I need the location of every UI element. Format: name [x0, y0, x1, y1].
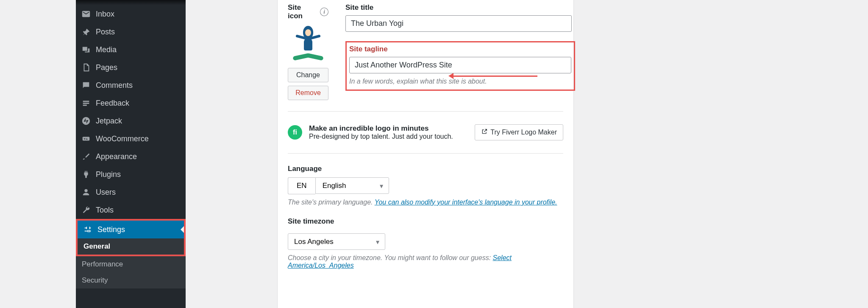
divider — [288, 153, 563, 154]
sidebar-item-label: Users — [96, 188, 116, 197]
sidebar-item-tools[interactable]: Tools — [76, 201, 186, 219]
feedback-icon — [81, 98, 91, 108]
site-title-label: Site title — [345, 3, 575, 12]
sidebar-settings-highlight: Settings General — [76, 219, 186, 256]
info-icon[interactable]: i — [320, 8, 328, 16]
change-icon-button[interactable]: Change — [288, 68, 328, 82]
sidebar-item-comments[interactable]: Comments — [76, 76, 186, 94]
submenu-item-security[interactable]: Security — [76, 272, 186, 288]
language-code-box: EN — [288, 177, 315, 194]
submenu-item-general[interactable]: General — [78, 238, 184, 255]
promo-subtitle: Pre-designed by top talent. Just add you… — [309, 133, 453, 140]
sliders-icon — [83, 224, 93, 235]
site-tagline-highlight: Site tagline In a few words, explain wha… — [345, 41, 575, 91]
sidebar-shadow — [76, 0, 186, 5]
sidebar-item-label: Tools — [96, 206, 114, 215]
language-help: The site's primary language. You can als… — [288, 199, 563, 206]
timezone-help-prefix: Choose a city in your timezone. You migh… — [288, 254, 493, 261]
divider — [288, 111, 563, 112]
brush-icon — [81, 151, 91, 162]
sidebar-item-posts[interactable]: Posts — [76, 23, 186, 41]
svg-rect-0 — [83, 101, 89, 102]
site-tagline-input[interactable] — [349, 57, 571, 73]
sidebar-item-label: Pages — [96, 63, 117, 72]
media-icon — [81, 45, 91, 55]
pin-icon — [81, 27, 91, 37]
site-icon-label-text: Site icon — [288, 3, 317, 20]
site-tagline-label: Site tagline — [349, 45, 571, 53]
timezone-select[interactable]: Los Angeles — [288, 233, 385, 250]
sidebar-item-label: Feedback — [96, 99, 129, 108]
sidebar-item-jetpack[interactable]: Jetpack — [76, 112, 186, 130]
sidebar-item-feedback[interactable]: Feedback — [76, 94, 186, 112]
submenu-item-performance[interactable]: Performance — [76, 256, 186, 272]
sidebar-item-plugins[interactable]: Plugins — [76, 165, 186, 183]
site-title-input[interactable] — [345, 15, 572, 32]
svg-rect-1 — [83, 103, 89, 104]
user-icon — [81, 187, 91, 197]
sidebar-item-label: Comments — [96, 81, 133, 90]
try-fiverr-button[interactable]: Try Fiverr Logo Maker — [475, 124, 563, 140]
settings-submenu: General — [78, 238, 184, 255]
svg-point-3 — [82, 117, 90, 125]
sidebar-item-media[interactable]: Media — [76, 41, 186, 59]
general-settings-panel: Site icon i Change Remove Site — [277, 0, 574, 308]
sidebar-item-appearance[interactable]: Appearance — [76, 148, 186, 165]
language-label: Language — [288, 165, 563, 173]
svg-rect-2 — [83, 105, 87, 106]
fiverr-promo: fi Make an incredible logo in minutes Pr… — [288, 123, 563, 142]
site-icon-label: Site icon i — [288, 3, 328, 20]
wrench-icon — [81, 205, 91, 215]
yoga-logo-icon — [291, 26, 325, 62]
try-fiverr-label: Try Fiverr Logo Maker — [490, 129, 557, 136]
settings-submenu-rest: Performance Security — [76, 256, 186, 288]
jetpack-icon — [81, 116, 91, 126]
sidebar-item-label: Inbox — [96, 10, 114, 19]
language-help-prefix: The site's primary language. — [288, 199, 375, 206]
site-icon-group: Site icon i Change Remove — [288, 3, 328, 100]
sidebar-item-label: Jetpack — [96, 117, 122, 126]
sidebar-item-label: Media — [96, 45, 117, 54]
sidebar-item-inbox[interactable]: Inbox — [76, 5, 186, 23]
external-link-icon — [481, 128, 488, 137]
sidebar-item-users[interactable]: Users — [76, 183, 186, 201]
sidebar-item-label: Appearance — [96, 152, 137, 161]
site-title-group: Site title Site tagline In a few words, … — [345, 3, 575, 100]
sidebar-item-woocommerce[interactable]: WooCommerce — [76, 130, 186, 148]
sidebar-item-pages[interactable]: Pages — [76, 59, 186, 76]
fiverr-badge-icon: fi — [288, 125, 302, 140]
language-section: Language EN English ▾ The site's primary… — [288, 165, 563, 206]
sidebar-item-label: WooCommerce — [96, 134, 149, 143]
site-tagline-help: In a few words, explain what this site i… — [349, 78, 571, 85]
sidebar-item-label: Plugins — [96, 170, 121, 179]
site-icon-preview — [288, 24, 328, 64]
language-select[interactable]: English — [315, 177, 389, 194]
sidebar-item-label: Posts — [96, 28, 115, 36]
language-profile-link[interactable]: You can also modify your interface's lan… — [375, 199, 557, 206]
mail-icon — [81, 9, 91, 19]
admin-sidebar: Inbox Posts Media Pages Comments Feedbac… — [76, 0, 186, 308]
remove-icon-button[interactable]: Remove — [288, 86, 328, 100]
comment-icon — [81, 80, 91, 90]
sidebar-item-label: Settings — [97, 225, 125, 234]
svg-rect-4 — [83, 137, 90, 140]
svg-point-5 — [84, 189, 87, 192]
sidebar-item-settings[interactable]: Settings — [78, 221, 184, 238]
pages-icon — [81, 62, 91, 73]
timezone-help: Choose a city in your timezone. You migh… — [288, 254, 563, 269]
woocommerce-icon — [81, 134, 91, 144]
timezone-label: Site timezone — [288, 217, 563, 226]
plug-icon — [81, 169, 91, 179]
arrow-annotation-icon — [448, 75, 537, 77]
promo-title: Make an incredible logo in minutes — [309, 124, 453, 133]
timezone-section: Site timezone Los Angeles ▾ Choose a cit… — [288, 217, 563, 269]
